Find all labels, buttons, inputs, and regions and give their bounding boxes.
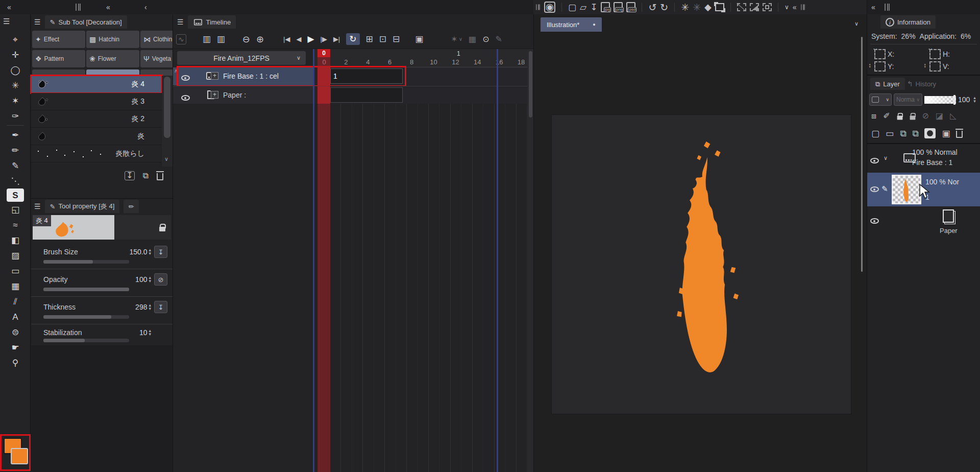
layer-tab[interactable]: ⧉ Layer bbox=[870, 78, 905, 90]
category-pattern[interactable]: ❖Pattern bbox=[32, 50, 85, 67]
category-hatching[interactable]: ▩Hatchin bbox=[86, 31, 139, 48]
timeline-zoom-out-icon[interactable]: ⊖ bbox=[242, 35, 250, 44]
export-png-icon[interactable]: png bbox=[614, 2, 623, 12]
cel-settings-icon[interactable]: ▣ bbox=[415, 35, 423, 43]
opacity-slider-handle[interactable] bbox=[953, 95, 955, 105]
tool-hand[interactable]: ☛ bbox=[4, 340, 27, 355]
subtool-item-flame4[interactable]: 炎 4 bbox=[31, 76, 162, 93]
scroll-down-icon[interactable]: ∨ bbox=[164, 156, 168, 162]
save-file-icon[interactable]: ↧ bbox=[590, 3, 597, 12]
open-file-icon[interactable]: ▱ bbox=[580, 3, 586, 12]
track-visibility-eye-icon[interactable] bbox=[181, 75, 190, 81]
tool-pen[interactable]: ✒ bbox=[4, 127, 27, 143]
subtool-item-flame2[interactable]: 炎 2 bbox=[31, 110, 162, 128]
tool-balloon[interactable]: ⊜ bbox=[4, 324, 27, 340]
expand-track-icon[interactable]: + bbox=[211, 91, 218, 99]
value-stepper[interactable]: ▴▾ bbox=[149, 303, 151, 311]
tool-magic-wand[interactable]: ✶ bbox=[4, 93, 27, 108]
tool-frame-border[interactable]: ▦ bbox=[4, 278, 27, 294]
clip-to-layer-below-icon[interactable]: ⧈ bbox=[871, 112, 876, 120]
next-frame-icon[interactable]: |▶ bbox=[321, 36, 327, 42]
tool-decoration[interactable]: S bbox=[7, 188, 24, 202]
onion-skin-dropdown[interactable]: ✶∨ bbox=[451, 35, 462, 43]
new-cel-icon[interactable]: ⊞ bbox=[366, 35, 373, 43]
track-row-fire-base[interactable]: ∧ + Fire Base : 1 : cel 1 bbox=[173, 67, 527, 85]
tool-fill[interactable]: ◧ bbox=[4, 232, 27, 248]
panel-drag-handle[interactable] bbox=[76, 4, 81, 11]
tool-eyedropper[interactable]: ✑ bbox=[4, 108, 27, 124]
layer-visibility-eye-icon[interactable] bbox=[870, 218, 879, 224]
toolbar-more-icon[interactable]: ∨ bbox=[785, 4, 789, 10]
new-file-icon[interactable]: ▢ bbox=[568, 3, 576, 12]
layer-row-fire-base[interactable]: ∨ 100 % Normal Fire Base : 1 bbox=[867, 144, 980, 173]
stabilization-slider[interactable] bbox=[43, 339, 129, 342]
subtool-item-flame[interactable]: 炎 bbox=[31, 128, 162, 145]
brush-detail-tab[interactable]: ✏ bbox=[124, 200, 139, 213]
thickness-slider[interactable] bbox=[43, 315, 129, 319]
tool-auto-select[interactable]: ✳ bbox=[4, 78, 27, 93]
toolbar-menu-icon[interactable]: ☰ bbox=[3, 17, 10, 25]
playhead-marker[interactable]: 0 bbox=[317, 49, 330, 57]
transfer-to-lower-icon[interactable]: ⧉ bbox=[900, 129, 906, 138]
slider-value[interactable]: 10 bbox=[139, 328, 148, 337]
timeline-view-icon[interactable]: ▥ bbox=[203, 35, 211, 43]
go-last-frame-icon[interactable]: ▶| bbox=[333, 36, 340, 42]
category-flower[interactable]: ❀Flower bbox=[86, 50, 139, 67]
tool-brush[interactable]: ✎ bbox=[4, 158, 27, 173]
tool-figure[interactable]: ▭ bbox=[4, 263, 27, 278]
right-panel-handle[interactable] bbox=[885, 4, 890, 11]
filter-icon[interactable]: ✳ bbox=[681, 3, 689, 12]
subtool-item-flame-scatter[interactable]: 炎散らし bbox=[31, 145, 162, 162]
tool-zoom[interactable]: ⚲ bbox=[4, 355, 27, 370]
crop-frame-icon[interactable] bbox=[715, 3, 724, 11]
step-down-icon[interactable]: ▾ bbox=[149, 307, 151, 311]
timeline-grid[interactable] bbox=[313, 104, 527, 472]
subtool-item-flame3[interactable]: 炎 3 bbox=[31, 93, 162, 110]
layer-visibility-eye-icon[interactable] bbox=[870, 158, 879, 163]
create-layer-mask-icon[interactable] bbox=[924, 128, 936, 138]
combine-to-lower-icon[interactable]: ⧉ bbox=[912, 129, 918, 138]
cel-clip-bar[interactable] bbox=[330, 87, 403, 103]
collapse-folder-icon[interactable]: ∨ bbox=[884, 155, 888, 161]
register-thickness-button[interactable]: ↧ bbox=[154, 301, 167, 313]
opacity-effect-button[interactable]: ⊘ bbox=[154, 273, 167, 286]
canvas-viewport[interactable] bbox=[534, 32, 867, 472]
brush-shape-dropdown[interactable]: ∨ bbox=[869, 93, 892, 106]
deselect-icon[interactable] bbox=[737, 3, 746, 11]
redo-icon[interactable]: ↻ bbox=[660, 3, 668, 12]
layer-opacity-value[interactable]: 100 bbox=[958, 96, 970, 104]
tool-lasso-select[interactable]: ◯ bbox=[4, 62, 27, 78]
expand-track-icon[interactable]: + bbox=[211, 72, 218, 80]
timeline-vscrollbar-thumb[interactable] bbox=[529, 51, 532, 117]
opacity-slider[interactable] bbox=[43, 288, 129, 291]
collapse-panel-icon[interactable]: « bbox=[7, 4, 11, 11]
export-jpg-icon[interactable]: jpg bbox=[601, 2, 610, 12]
tool-move-layer[interactable]: ✛ bbox=[4, 47, 27, 62]
tool-blend[interactable]: ≈ bbox=[4, 217, 27, 232]
loop-playback-icon[interactable]: ↻ bbox=[346, 33, 359, 45]
canvas-tab-more-icon[interactable]: ∨ bbox=[854, 21, 859, 27]
delete-layer-icon[interactable] bbox=[956, 131, 963, 138]
brush-stroke-thumbnail[interactable]: 炎 4 bbox=[33, 215, 114, 240]
onion-color-icon[interactable]: ⊙ bbox=[482, 35, 489, 43]
register-brush-size-button[interactable]: ↧ bbox=[154, 246, 167, 258]
canvas-vscrollbar[interactable] bbox=[861, 37, 863, 272]
background-color-swatch[interactable] bbox=[11, 448, 28, 464]
apply-mask-icon[interactable]: ▣ bbox=[942, 129, 950, 138]
tool-text[interactable]: A bbox=[4, 309, 27, 324]
tool-property-menu-icon[interactable]: ☰ bbox=[34, 203, 41, 210]
value-stepper[interactable]: ▴▾ bbox=[149, 248, 151, 255]
tool-ruler[interactable]: ⫽ bbox=[4, 294, 27, 309]
toolbar-drag-handle[interactable] bbox=[536, 4, 540, 10]
tool-airbrush[interactable]: ⋱ bbox=[4, 173, 27, 188]
cel-clip-bar[interactable]: 1 bbox=[330, 68, 403, 84]
tool-pencil[interactable]: ✏ bbox=[4, 143, 27, 158]
category-effect[interactable]: ✦Effect bbox=[32, 31, 85, 48]
history-tab[interactable]: ↰ History bbox=[907, 80, 936, 88]
step-down-icon[interactable]: ▾ bbox=[149, 333, 151, 336]
document-tab[interactable]: Illustration* ● bbox=[541, 17, 602, 32]
subtool-scrollbar-thumb[interactable] bbox=[164, 77, 170, 138]
toolbar-end-handle[interactable] bbox=[801, 4, 805, 10]
layer-row-paper[interactable]: Paper bbox=[867, 206, 980, 238]
track-visibility-eye-icon[interactable] bbox=[181, 95, 190, 101]
